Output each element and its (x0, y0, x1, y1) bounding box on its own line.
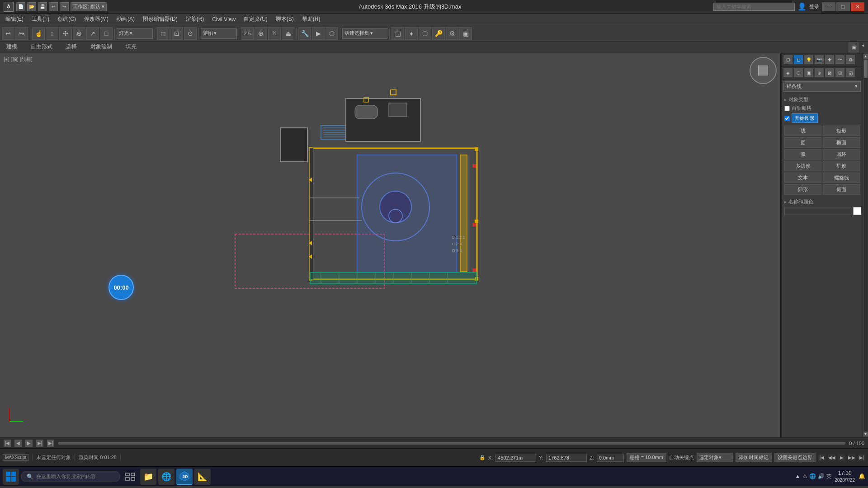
login-label[interactable]: 登录 (809, 3, 819, 10)
extra-btn-1[interactable]: ▣ (849, 42, 859, 52)
maxscript-label[interactable]: MAXScript (3, 454, 28, 461)
menu-script[interactable]: 脚本(S) (272, 14, 297, 24)
x-coord-input[interactable] (495, 454, 536, 462)
layer-btn[interactable]: ⬡ (326, 27, 338, 40)
undo-button[interactable]: ↩ (2, 27, 14, 40)
section-collapse-icon[interactable]: ▸ (784, 97, 787, 102)
curve-editor-btn[interactable]: ◱ (392, 27, 404, 40)
system-clock[interactable]: 17:30 2020/7/22 (835, 469, 855, 483)
panel-icon-system[interactable]: ⚙ (846, 55, 855, 64)
next-frame-btn[interactable]: ▶| (36, 440, 43, 447)
panel-sub-icon-7[interactable]: ◱ (846, 68, 855, 77)
cell-star[interactable]: 星形 (823, 161, 860, 171)
rotate-btn[interactable]: ⊕ (73, 27, 85, 40)
addtime-btn[interactable]: 添加时间标记 (736, 453, 772, 462)
workspace-dropdown[interactable]: 工作区: 默认 ▾ (71, 2, 107, 11)
nav-circle[interactable] (750, 57, 777, 84)
save-btn[interactable]: 💾 (38, 2, 47, 11)
panel-icon-spline[interactable]: ⊏ (794, 55, 803, 64)
tray-volume-icon[interactable]: 🔊 (818, 473, 825, 480)
scroll-down-btn[interactable]: ▼ (863, 432, 868, 436)
scroll-track[interactable] (864, 60, 868, 431)
close-btn[interactable]: ✕ (851, 2, 864, 11)
panel-icon-spacewarp[interactable]: 〜 (835, 55, 844, 64)
cell-text[interactable]: 文本 (784, 173, 821, 183)
go-end-btn[interactable]: ▶| (47, 440, 54, 447)
play-btn[interactable]: ▶ (25, 440, 33, 447)
tab-fill[interactable]: 填充 (121, 42, 141, 52)
menu-customize[interactable]: 自定义(U) (240, 14, 271, 24)
menu-graph-editor[interactable]: 图形编辑器(D) (139, 14, 181, 24)
snap-angle-btn[interactable]: ⊕ (255, 27, 267, 40)
start-shape-btn[interactable]: 开始图形 (792, 113, 818, 123)
tray-network-icon[interactable]: 🌐 (809, 473, 816, 480)
menu-animation[interactable]: 动画(A) (113, 14, 138, 24)
cell-helix[interactable]: 螺旋线 (823, 173, 860, 183)
notification-btn[interactable]: 🔔 (859, 473, 865, 479)
cell-circle[interactable]: 圆 (784, 137, 821, 148)
tab-object-paint[interactable]: 对象绘制 (86, 42, 117, 52)
align-btn[interactable]: ▶ (312, 27, 325, 40)
render-setup-btn[interactable]: 🔑 (432, 27, 445, 40)
menu-tools[interactable]: 工具(T) (28, 14, 53, 24)
material-btn[interactable]: ⬡ (419, 27, 431, 40)
snap-spinner-btn[interactable]: ⏏ (282, 27, 294, 40)
cell-line[interactable]: 线 (784, 126, 821, 136)
tab-freeform[interactable]: 自由形式 (26, 42, 57, 52)
tab-modeling[interactable]: 建模 (2, 42, 22, 52)
quick-render-btn[interactable]: ▣ (459, 27, 472, 40)
scale-btn[interactable]: ↗ (86, 27, 99, 40)
tab-selection[interactable]: 选择 (61, 42, 81, 52)
maximize-btn[interactable]: □ (836, 2, 850, 11)
viewport[interactable]: [+] [顶] [线框] 00:00 (0, 53, 781, 437)
snap-3d-btn[interactable]: 2.5 (241, 27, 254, 40)
move-btn[interactable]: ✣ (59, 27, 72, 40)
status-fwd-btn[interactable]: ▶▶ (848, 454, 855, 461)
tray-arrow-icon[interactable]: ▲ (795, 473, 801, 480)
select-region-btn[interactable]: ◻ (157, 27, 170, 40)
file-explorer-btn[interactable]: 📁 (140, 469, 156, 485)
paint-select-btn[interactable]: ⊙ (184, 27, 197, 40)
new-btn[interactable]: 📄 (16, 2, 25, 11)
panel-icon-geometry[interactable]: ⬡ (783, 55, 793, 64)
prev-frame-btn[interactable]: ◀ (14, 440, 22, 447)
panel-icon-light[interactable]: 💡 (804, 55, 813, 64)
window-cross-btn[interactable]: ⊡ (170, 27, 183, 40)
extra-app-btn[interactable]: 📐 (194, 469, 211, 485)
vertical-scrollbar[interactable]: ▲ ▼ (863, 53, 868, 437)
snap-percent-btn[interactable]: % (268, 27, 281, 40)
scroll-thumb[interactable] (864, 60, 868, 78)
color-swatch[interactable] (853, 207, 861, 215)
menu-modifier[interactable]: 停改器(M) (80, 14, 112, 24)
panel-sub-icon-5[interactable]: ⊠ (825, 68, 834, 77)
view-dropdown[interactable]: 矩图▾ (201, 28, 237, 39)
tray-warn-icon[interactable]: ⚠ (802, 473, 807, 480)
panel-icon-camera[interactable]: 📷 (815, 55, 824, 64)
keyset-select[interactable]: 选定对象▾ (697, 453, 733, 462)
cell-egg[interactable]: 卵形 (784, 184, 821, 195)
auto-grid-checkbox[interactable] (784, 106, 790, 111)
status-back-btn[interactable]: ◀◀ (828, 454, 835, 461)
status-prev-btn[interactable]: |◀ (818, 454, 826, 461)
menu-civil-view[interactable]: Civil View (208, 15, 239, 23)
name-color-collapse-icon[interactable]: ▸ (784, 199, 787, 204)
status-end-btn[interactable]: ▶| (858, 454, 865, 461)
keyset-dropdown[interactable]: 活建选择集▾ (342, 28, 387, 39)
search-input[interactable] (713, 3, 795, 11)
cell-section[interactable]: 截面 (823, 184, 860, 195)
task-view-btn[interactable] (122, 469, 138, 485)
redo-btn[interactable]: ↪ (60, 2, 69, 11)
status-play-btn[interactable]: ▶ (838, 454, 845, 461)
object-name-input[interactable] (784, 207, 851, 215)
scroll-up-btn[interactable]: ▲ (863, 54, 868, 59)
cell-arc[interactable]: 弧 (784, 149, 821, 160)
menu-help[interactable]: 帮助(H) (298, 14, 324, 24)
schematic-btn[interactable]: ♦ (405, 27, 418, 40)
z-coord-input[interactable] (597, 454, 624, 462)
edge-browser-btn[interactable]: 🌐 (158, 469, 175, 485)
lighting-dropdown[interactable]: 灯光▾ (117, 28, 153, 39)
menu-create[interactable]: 创建(C) (54, 14, 80, 24)
user-icon[interactable]: 👤 (797, 2, 807, 11)
lock-icon[interactable]: 🔒 (479, 455, 486, 460)
panel-sub-icon-2[interactable]: ⬡ (794, 68, 803, 77)
